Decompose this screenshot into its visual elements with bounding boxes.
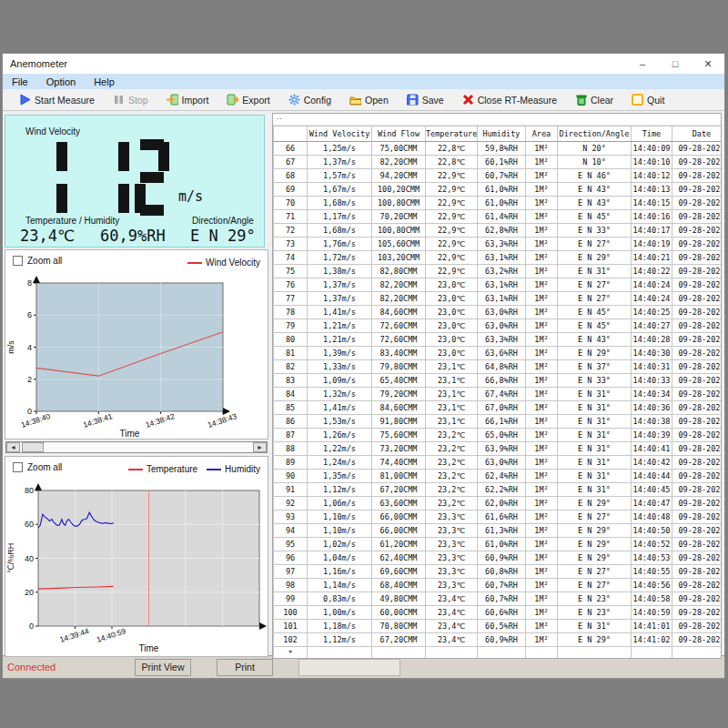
table-row[interactable]: 811,39m/s83,40CMM23,0℃63,6%RH1M²E N 29°1…	[274, 347, 723, 360]
table-row[interactable]: 981,14m/s68,40CMM23,3℃60,7%RH1M²E N 27°1…	[274, 579, 723, 592]
table-cell: 14:40:41	[632, 442, 672, 456]
menu-file[interactable]: File	[3, 76, 37, 87]
table-cell: 23,3℃	[426, 538, 478, 551]
table-row[interactable]: 941,10m/s66,00CMM23,3℃61,3%RH1M²E N 29°1…	[274, 524, 723, 538]
print-view-button[interactable]: Print View	[135, 659, 191, 676]
stop-button[interactable]: Stop	[104, 89, 157, 110]
table-row[interactable]: 771,37m/s82,20CMM23,0℃63,1%RH1M²E N 27°1…	[274, 292, 723, 306]
table-row[interactable]: 711,17m/s70,20CMM22,9℃61,4%RH1M²E N 45°1…	[274, 210, 723, 224]
table-row[interactable]: 751,38m/s82,80CMM22,9℃63,2%RH1M²E N 31°1…	[274, 265, 723, 278]
table-cell: E N 43°	[558, 183, 632, 197]
table-cell	[308, 647, 372, 660]
export-button[interactable]: Export	[217, 89, 278, 110]
table-row[interactable]: 721,68m/s100,80CMM22,9℃62,8%RH1M²E N 33°…	[274, 224, 723, 238]
menu-option[interactable]: Option	[37, 76, 85, 87]
table-row[interactable]: 831,09m/s65,40CMM23,1℃66,8%RH1M²E N 33°1…	[274, 374, 723, 388]
table-cell: 1,04m/s	[308, 551, 372, 565]
table-row[interactable]: 761,37m/s82,20CMM23,0℃63,1%RH1M²E N 27°1…	[274, 278, 723, 292]
svg-text:60: 60	[25, 520, 34, 529]
table-row[interactable]: 681,57m/s94,20CMM22,9℃60,7%RH1M²E N 46°1…	[274, 169, 723, 183]
table-cell: 1M²	[526, 333, 558, 347]
table-row[interactable]: 921,06m/s63,60CMM23,2℃62,0%RH1M²E N 29°1…	[274, 497, 723, 511]
close-button[interactable]: ✕	[692, 54, 724, 74]
main-content: Wind Velocity m/s Temperature / Humidity…	[3, 111, 724, 655]
scroll-left-arrow-icon[interactable]: ◄	[6, 442, 20, 452]
table-row[interactable]: 871,26m/s75,60CMM23,2℃65,0%RH1M²E N 31°1…	[274, 429, 723, 442]
table-cell: 72,60CMM	[372, 319, 426, 333]
table-row[interactable]: 891,24m/s74,40CMM23,2℃63,0%RH1M²E N 31°1…	[274, 456, 723, 470]
table-row[interactable]: 671,37m/s82,20CMM22,8℃60,1%RH1M²N 10°14:…	[274, 156, 723, 169]
table-cell: E N 29°	[558, 551, 632, 565]
table-cell: 1,67m/s	[308, 183, 372, 197]
table-row[interactable]: 951,02m/s61,20CMM23,3℃61,0%RH1M²E N 29°1…	[274, 538, 723, 551]
table-row[interactable]: *	[274, 647, 723, 660]
column-header: Area	[526, 126, 558, 142]
table-row[interactable]: 661,25m/s75,00CMM22,8℃59,8%RH1M²N 20°14:…	[274, 142, 723, 156]
table-cell: 61,4%RH	[478, 210, 526, 224]
import-button[interactable]: Import	[157, 89, 218, 110]
table-row[interactable]: 1011,18m/s70,80CMM23,4℃60,5%RH1M²E N 31°…	[274, 620, 723, 633]
clear-button[interactable]: Clear	[566, 89, 622, 110]
scroll-right-arrow-icon[interactable]: ►	[253, 442, 267, 452]
table-row[interactable]: 851,41m/s84,60CMM23,1℃67,0%RH1M²E N 31°1…	[274, 401, 723, 415]
zoom-all-checkbox-1[interactable]	[13, 256, 23, 266]
save-button[interactable]: Save	[398, 89, 453, 110]
start-measure-button[interactable]: Start Measure	[10, 89, 104, 110]
table-cell: 22,9℃	[426, 210, 478, 224]
chart-horizontal-scrollbar[interactable]: ◄ ►	[5, 441, 268, 453]
table-cell: 09-28-2021	[672, 251, 723, 265]
table-row[interactable]: 821,33m/s79,80CMM23,1℃64,8%RH1M²E N 37°1…	[274, 360, 723, 374]
print-button[interactable]: Print	[217, 659, 273, 676]
table-row[interactable]: 901,35m/s81,00CMM23,2℃62,4%RH1M²E N 31°1…	[274, 470, 723, 483]
table-row[interactable]: 861,53m/s91,80CMM23,1℃66,1%RH1M²E N 31°1…	[274, 415, 723, 429]
svg-text:2: 2	[27, 375, 32, 384]
table-cell: 09-28-2021	[672, 415, 723, 429]
table-cell: 23,0℃	[426, 292, 478, 306]
temp-humidity-chart: 02040608014:39:4414:40:59℃/%RHTime	[5, 477, 268, 656]
table-row[interactable]: 971,16m/s69,60CMM23,3℃60,8%RH1M²E N 27°1…	[274, 565, 723, 579]
zoom-all-checkbox-2[interactable]	[13, 462, 23, 472]
table-row[interactable]: 961,04m/s62,40CMM23,3℃60,9%RH1M²E N 29°1…	[274, 551, 723, 565]
connection-status: Connected	[3, 662, 135, 672]
quit-button[interactable]: Quit	[622, 89, 673, 110]
menu-help[interactable]: Help	[85, 76, 124, 87]
table-row[interactable]: 990,83m/s49,80CMM23,4℃60,7%RH1M²E N 23°1…	[274, 592, 723, 606]
table-cell: 60,7%RH	[478, 592, 526, 606]
humidity-legend-label: Humidity	[225, 464, 260, 474]
table-row[interactable]: 781,41m/s84,60CMM23,0℃63,0%RH1M²E N 45°1…	[274, 306, 723, 319]
zoom-all-label-1: Zoom all	[27, 256, 62, 266]
table-cell: 1M²	[526, 197, 558, 210]
table-row[interactable]: 731,76m/s105,60CMM22,9℃63,3%RH1M²E N 27°…	[274, 238, 723, 251]
scrollbar-track[interactable]	[20, 442, 253, 452]
table-cell: 14:41:01	[632, 620, 672, 633]
close-rt-measure-button[interactable]: Close RT-Measure	[453, 89, 566, 110]
table-row[interactable]: 801,21m/s72,60CMM23,0℃63,3%RH1M²E N 43°1…	[274, 333, 723, 347]
table-row[interactable]: 931,10m/s66,00CMM23,3℃61,6%RH1M²E N 27°1…	[274, 511, 723, 524]
wind-velocity-legend-label: Wind Velocity	[206, 258, 260, 268]
table-row[interactable]: 691,67m/s100,20CMM22,9℃61,0%RH1M²E N 43°…	[274, 183, 723, 197]
config-button[interactable]: Config	[279, 89, 340, 110]
minimize-button[interactable]: –	[626, 54, 659, 74]
row-header: 80	[274, 333, 308, 347]
table-row[interactable]: 1021,12m/s67,20CMM23,4℃60,9%RH1M²E N 29°…	[274, 633, 723, 647]
table-cell: 1,00m/s	[308, 606, 372, 620]
maximize-button[interactable]: □	[659, 54, 692, 74]
row-header: 79	[274, 319, 308, 333]
table-cell: E N 31°	[558, 265, 632, 278]
table-row[interactable]: 841,32m/s79,20CMM23,1℃67,4%RH1M²E N 31°1…	[274, 388, 723, 401]
table-row[interactable]: 741,72m/s103,20CMM22,9℃63,1%RH1M²E N 29°…	[274, 251, 723, 265]
table-cell: 62,2%RH	[478, 483, 526, 497]
table-cell: E N 27°	[558, 511, 632, 524]
table-row[interactable]: 911,12m/s67,20CMM23,2℃62,2%RH1M²E N 31°1…	[274, 483, 723, 497]
open-button[interactable]: Open	[340, 89, 398, 110]
table-row[interactable]: 1001,00m/s60,00CMM23,4℃60,6%RH1M²E N 23°…	[274, 606, 723, 620]
export-icon	[227, 94, 238, 106]
table-row[interactable]: 791,21m/s72,60CMM23,0℃63,0%RH1M²E N 45°1…	[274, 319, 723, 333]
table-row[interactable]: 881,22m/s73,20CMM23,2℃63,9%RH1M²E N 31°1…	[274, 442, 723, 456]
table-cell: 63,9%RH	[478, 442, 526, 456]
table-row[interactable]: 701,68m/s100,80CMM22,9℃61,0%RH1M²E N 43°…	[274, 197, 723, 210]
row-header: 92	[274, 497, 308, 511]
scrollbar-thumb[interactable]	[22, 442, 44, 452]
row-header: 77	[274, 292, 308, 306]
table-cell: 1,21m/s	[308, 319, 372, 333]
